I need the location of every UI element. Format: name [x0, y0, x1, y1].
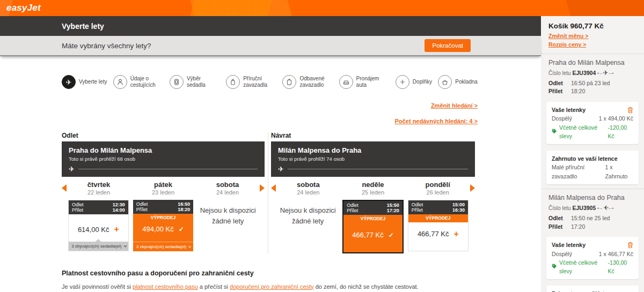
trash-icon[interactable] — [627, 242, 633, 249]
seats-left-note[interactable]: 3 zbývající(ch) sedadla(el) — [69, 242, 128, 251]
hold-luggage-icon — [282, 75, 296, 89]
outbound-flight-card-1[interactable]: Odlet12:30 Přílet14:00 614,00 Kč + 3 zbý… — [68, 200, 129, 251]
no-flights-message: Nejsou k dispozici žádné lety — [197, 200, 258, 228]
inbound-route: Milán Malpensa do Praha — [278, 146, 468, 154]
tickets-card-2: Vaše letenky Dospělý1 x 466,77 Kč Včetně… — [546, 237, 639, 279]
passport-validity-link[interactable]: platnost cestovního pasu — [133, 283, 198, 290]
sale-badge: VÝPRODEJ — [133, 214, 194, 222]
cabin-bag-icon — [226, 75, 240, 89]
basket-icon — [438, 75, 452, 89]
basket-header: Košík 960,77 Kč Změnit měnu > Rozpis cen… — [541, 16, 644, 54]
flight-price: 466,77 Kč — [352, 231, 384, 239]
day-column[interactable]: sobota 24 leden — [276, 181, 341, 196]
outbound-route: Praha do Milán Malpensa — [69, 146, 258, 154]
outbound-viewers: Toto si právě prohlíží 68 osob — [69, 156, 258, 162]
inbound-flight-cells: Nejsou k dispozici žádné lety Odlet15:50… — [271, 199, 475, 253]
passport-paragraph-1: Je vaší povinností ověřit si platnost ce… — [62, 283, 478, 290]
passport-info: Platnost cestovního pasu a doporučení pr… — [62, 269, 478, 292]
route-line — [288, 169, 468, 169]
flight-price: 614,00 Kč — [78, 226, 109, 234]
inbound-route-icon: •–✈–• — [597, 206, 614, 211]
change-currency-link[interactable]: Změnit měnu > — [548, 32, 636, 40]
outbound-flight-card-2-selected[interactable]: Odlet16:50 Přílet18:20 VÝPRODEJ 494,00 K… — [133, 200, 194, 251]
seats-left-note[interactable]: 3 zbývající(ch) sedadla(el) — [133, 242, 194, 251]
day-column[interactable]: neděle 25 leden — [341, 181, 406, 196]
selected-check-icon: ✓ — [389, 231, 394, 239]
day-column[interactable]: pátek 23 leden — [131, 181, 195, 196]
outbound-day-nav: čtvrtek 22 leden pátek 23 leden sobota 2… — [62, 177, 265, 199]
discount-tag-icon — [552, 128, 557, 136]
progress-steps: ✈ Vyberte lety Údaje o cestujících Výběr… — [62, 75, 478, 89]
seat-icon — [170, 75, 184, 89]
plus-icon — [396, 75, 409, 89]
plane-icon: ✈ — [278, 165, 284, 173]
chevron-down-icon — [188, 244, 192, 248]
outbound-route-icon: •–✈–• — [597, 71, 614, 76]
selected-check-icon: ✓ — [179, 226, 184, 233]
price-breakdown-link[interactable]: Rozpis ceny > — [548, 40, 636, 49]
plane-icon: ✈ — [62, 75, 76, 89]
prev-days-arrow[interactable] — [62, 184, 67, 192]
step-car-rental[interactable]: Pronájem auta — [339, 75, 390, 89]
search-links: Změnit hledání > Počet nedávných hledání… — [62, 98, 478, 129]
person-icon — [113, 75, 127, 89]
included-card-1: Zahrnuto ve vaší letence Malé příruční z… — [546, 151, 639, 184]
tickets-card-1: Vaše letenky Dospělý1 x 494,00 Kč Včetně… — [546, 102, 639, 144]
step-extras[interactable]: Doplňky — [396, 75, 432, 89]
add-flight-icon[interactable]: + — [453, 230, 458, 238]
plane-icon: ✈ — [69, 165, 75, 173]
inbound-panel: Návrat Milán Malpensa do Praha Toto si p… — [268, 132, 475, 253]
outbound-flight-cells: Odlet12:30 Přílet14:00 614,00 Kč + 3 zbý… — [62, 199, 265, 251]
discount-tag-icon — [552, 263, 557, 271]
sale-badge: VÝPRODEJ — [408, 214, 468, 222]
trash-icon[interactable] — [627, 107, 633, 114]
basket-sidebar: Košík 960,77 Kč Změnit měnu > Rozpis cen… — [541, 16, 644, 292]
outbound-panel: Odlet Praha do Milán Malpensa Toto si pr… — [62, 132, 265, 253]
step-cabin-bags[interactable]: Příruční zavazadla — [226, 75, 276, 89]
next-days-arrow[interactable] — [260, 184, 265, 192]
car-icon — [339, 75, 353, 89]
basket-total: Košík 960,77 Kč — [548, 22, 636, 30]
basket-flight-1: Praha do Milán Malpensa Číslo letu EJU39… — [541, 54, 644, 100]
outbound-header: Praha do Milán Malpensa Toto si právě pr… — [62, 141, 265, 177]
inbound-label: Návrat — [271, 132, 475, 139]
step-checkout[interactable]: Pokladna — [438, 75, 478, 89]
basket-flight-2: Milán Malpensa do Praha Číslo letu EJU39… — [541, 189, 644, 235]
step-seat-selection[interactable]: Výběr sedadla — [170, 75, 220, 89]
flight-price: 466,77 Kč — [418, 230, 449, 238]
inbound-day-nav: sobota 24 leden neděle 25 leden pondělí … — [271, 177, 475, 199]
flight-price: 494,00 Kč — [142, 225, 174, 233]
page-title-bar: Vyberte lety — [0, 16, 541, 36]
page-title: Vyberte lety — [62, 22, 104, 31]
day-column[interactable]: pondělí 26 leden — [405, 181, 470, 196]
included-card-2: Zahrnuto ve vaší letence Malé příruční z… — [546, 286, 639, 292]
add-flight-icon[interactable]: + — [114, 225, 119, 234]
step-passenger-details[interactable]: Údaje o cestujících — [113, 75, 164, 89]
inbound-flight-card-1-selected[interactable]: Odlet15:50 Přílet17:20 VÝPRODEJ 466,77 K… — [342, 200, 403, 253]
continue-button-top[interactable]: Pokračovat — [425, 39, 471, 52]
travel-advice-link[interactable]: doporučení pro zahraniční cesty — [230, 283, 314, 290]
change-search-link[interactable]: Změnit hledání > — [431, 102, 478, 109]
sale-badge: VÝPRODEJ — [343, 215, 402, 223]
flight-panels: Odlet Praha do Milán Malpensa Toto si pr… — [62, 132, 478, 253]
step-hold-luggage[interactable]: Odbavené zavazadlo — [282, 75, 333, 89]
prev-days-arrow[interactable] — [271, 184, 276, 192]
no-flights-message: Nejsou k dispozici žádné lety — [277, 200, 338, 228]
easyjet-logo[interactable]: easyJet — [6, 3, 41, 13]
step-select-flights[interactable]: ✈ Vyberte lety — [62, 75, 107, 89]
inbound-header: Milán Malpensa do Praha Toto si právě pr… — [271, 141, 475, 177]
outbound-label: Odlet — [62, 132, 265, 139]
recent-searches-link[interactable]: Počet nedávných hledání: 4 > — [395, 118, 478, 124]
inbound-flight-card-2[interactable]: Odlet15:00 Přílet16:30 VÝPRODEJ 466,77 K… — [408, 200, 469, 251]
chevron-down-icon — [123, 244, 127, 247]
passport-heading: Platnost cestovního pasu a doporučení pr… — [62, 269, 478, 277]
app-header: easyJet — [0, 0, 644, 16]
day-column[interactable]: sobota 24 leden — [195, 181, 260, 196]
main-content: ✈ Vyberte lety Údaje o cestujících Výběr… — [0, 57, 541, 292]
question-text: Máte vybrány všechny lety? — [62, 42, 151, 50]
day-column[interactable]: čtvrtek 22 leden — [67, 181, 131, 196]
inbound-viewers: Toto si právě prohlíží 74 osob — [278, 156, 468, 162]
next-days-arrow[interactable] — [470, 184, 475, 192]
question-bar: Máte vybrány všechny lety? Pokračovat — [0, 36, 541, 56]
route-line — [78, 169, 258, 169]
